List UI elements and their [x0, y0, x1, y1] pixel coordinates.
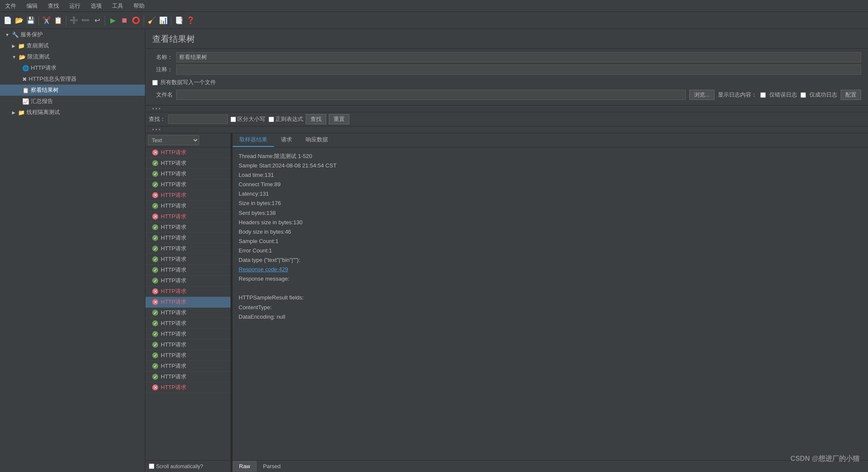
toolbar-clear-icon[interactable]: 🧹 [147, 15, 157, 26]
service-icon: 🔧 [12, 32, 19, 38]
request-list-item[interactable]: ✓HTTP请求 [145, 265, 230, 276]
find-button[interactable]: 查找 [306, 114, 326, 124]
request-label: HTTP请求 [161, 384, 186, 391]
success-status-icon: ✓ [152, 182, 158, 188]
request-list-item[interactable]: ✓HTTP请求 [145, 158, 230, 169]
sidebar-item-crash-test[interactable]: ▶ 📁 查崩测试 [0, 40, 145, 51]
menu-options[interactable]: 选项 [89, 1, 103, 11]
data-encoding-row: DataEncoding: null [239, 312, 862, 322]
toolbar-remove-icon[interactable]: ➖ [80, 15, 91, 26]
toolbar-cut-icon[interactable]: ✂️ [41, 15, 52, 26]
request-list-item[interactable]: ✓HTTP请求 [145, 372, 230, 382]
regex-option[interactable]: 正则表达式 [269, 115, 303, 123]
regex-checkbox[interactable] [269, 117, 274, 122]
scroll-auto-label[interactable]: Scroll automatically? [149, 463, 203, 469]
request-list-item[interactable]: ✕HTTP请求 [145, 382, 230, 393]
file-input[interactable] [176, 90, 686, 100]
tab-request[interactable]: 请求 [274, 133, 299, 147]
thread-name-row: Thread Name:限流测试 1-520 [239, 152, 862, 161]
menu-file[interactable]: 文件 [3, 1, 18, 11]
scroll-auto-checkbox[interactable] [149, 463, 154, 469]
sidebar-item-result-tree[interactable]: 📋 察看结果树 [0, 85, 145, 96]
request-list-item[interactable]: ✓HTTP请求 [145, 276, 230, 286]
request-label: HTTP请求 [161, 159, 186, 167]
tab-sampler-result[interactable]: 取样器结果 [233, 133, 274, 147]
toolbar-new-icon[interactable]: 📄 [3, 15, 13, 26]
toolbar-report-icon[interactable]: 📊 [158, 15, 168, 26]
request-list-item[interactable]: ✓HTTP请求 [145, 340, 230, 350]
search-options: 区分大小写 正则表达式 [230, 115, 303, 123]
only-error-checkbox[interactable] [760, 92, 766, 98]
toolbar-help-icon[interactable]: ❓ [186, 15, 196, 26]
request-list-item[interactable]: ✓HTTP请求 [145, 350, 230, 361]
raw-tab[interactable]: Raw [233, 461, 257, 472]
request-list-item[interactable]: ✕HTTP请求 [145, 147, 230, 158]
request-list-item[interactable]: ✓HTTP请求 [145, 222, 230, 233]
folder-icon-thread: 📁 [18, 109, 25, 116]
request-list-item[interactable]: ✓HTTP请求 [145, 169, 230, 179]
comment-input[interactable] [176, 64, 861, 75]
toolbar-run-icon[interactable]: ▶ [108, 15, 118, 26]
request-list-item[interactable]: ✓HTTP请求 [145, 318, 230, 329]
request-list-item[interactable]: ✕HTTP请求 [145, 190, 230, 201]
folder-icon-flow: 📂 [19, 54, 26, 60]
case-sensitive-checkbox[interactable] [230, 117, 236, 122]
error-count-row: Error Count:1 [239, 246, 862, 255]
response-code-link[interactable]: Response code:429 [239, 266, 288, 273]
search-input[interactable] [168, 114, 228, 124]
request-list-item[interactable]: ✕HTTP请求 [145, 286, 230, 297]
request-list-item[interactable]: ✓HTTP请求 [145, 201, 230, 211]
menu-edit[interactable]: 编辑 [25, 1, 39, 11]
config-button[interactable]: 配置 [841, 90, 861, 100]
toolbar-stop-icon[interactable]: ⏹ [119, 15, 130, 26]
sidebar-item-service-protection[interactable]: ▼ 🔧 服务保护 [0, 29, 145, 40]
toolbar-add-icon[interactable]: ➕ [69, 15, 79, 26]
request-list-item[interactable]: ✓HTTP请求 [145, 329, 230, 340]
content-type-row: ContentType: [239, 303, 862, 312]
menu-run[interactable]: 运行 [68, 1, 82, 11]
tab-response-data[interactable]: 响应数据 [299, 133, 335, 147]
sidebar-item-http-header[interactable]: ✖ HTTP信息头管理器 [0, 73, 145, 85]
request-list-item[interactable]: ✕HTTP请求 [145, 297, 230, 308]
menu-find[interactable]: 查找 [46, 1, 61, 11]
menu-tools[interactable]: 工具 [110, 1, 125, 11]
type-dropdown[interactable]: Text [148, 135, 199, 145]
request-list-item[interactable]: ✕HTTP请求 [145, 211, 230, 222]
request-list-item[interactable]: ✓HTTP请求 [145, 308, 230, 318]
error-status-icon: ✕ [152, 384, 158, 390]
only-error-label: 仅错误日志 [769, 91, 797, 99]
toolbar-save-icon[interactable]: 💾 [26, 15, 36, 26]
sidebar-item-flow-test[interactable]: ▼ 📂 限流测试 [0, 51, 145, 62]
toolbar-template-icon[interactable]: 📑 [174, 15, 184, 26]
toolbar-circle-icon[interactable]: ⭕ [131, 15, 141, 26]
request-list-item[interactable]: ✓HTTP请求 [145, 179, 230, 190]
only-success-checkbox[interactable] [800, 92, 806, 98]
request-list-item[interactable]: ✓HTTP请求 [145, 233, 230, 243]
case-sensitive-option[interactable]: 区分大小写 [230, 115, 265, 123]
parsed-tab[interactable]: Parsed [257, 461, 287, 472]
request-label: HTTP请求 [161, 320, 186, 327]
success-status-icon: ✓ [152, 224, 158, 230]
success-status-icon: ✓ [152, 171, 158, 177]
request-label: HTTP请求 [161, 223, 186, 231]
toolbar-copy-icon[interactable]: 📋 [53, 15, 63, 26]
reset-button[interactable]: 重置 [329, 114, 349, 124]
error-status-icon: ✕ [152, 150, 158, 155]
data-type-row: Data type ("text"|"bin"|""): [239, 255, 862, 265]
toolbar-open-icon[interactable]: 📂 [14, 15, 24, 26]
request-list-item[interactable]: ✓HTTP请求 [145, 254, 230, 265]
header-icon: ✖ [22, 76, 27, 82]
request-label: HTTP请求 [161, 298, 186, 306]
request-list-item[interactable]: ✓HTTP请求 [145, 243, 230, 254]
browse-button[interactable]: 浏览... [689, 90, 714, 100]
all-data-checkbox[interactable] [152, 80, 158, 85]
request-list-item[interactable]: ✓HTTP请求 [145, 361, 230, 372]
request-list: ✕HTTP请求✓HTTP请求✓HTTP请求✓HTTP请求✕HTTP请求✓HTTP… [145, 147, 230, 460]
success-status-icon: ✓ [152, 278, 158, 284]
sidebar-item-summary[interactable]: 📈 汇总报告 [0, 96, 145, 107]
sidebar-item-http-request[interactable]: 🌐 HTTP请求 [0, 62, 145, 73]
sidebar-item-thread-isolation[interactable]: ▶ 📁 线程隔离测试 [0, 107, 145, 118]
name-input[interactable] [176, 52, 861, 62]
toolbar-undo-icon[interactable]: ↩ [92, 15, 102, 26]
menu-help[interactable]: 帮助 [132, 1, 146, 11]
